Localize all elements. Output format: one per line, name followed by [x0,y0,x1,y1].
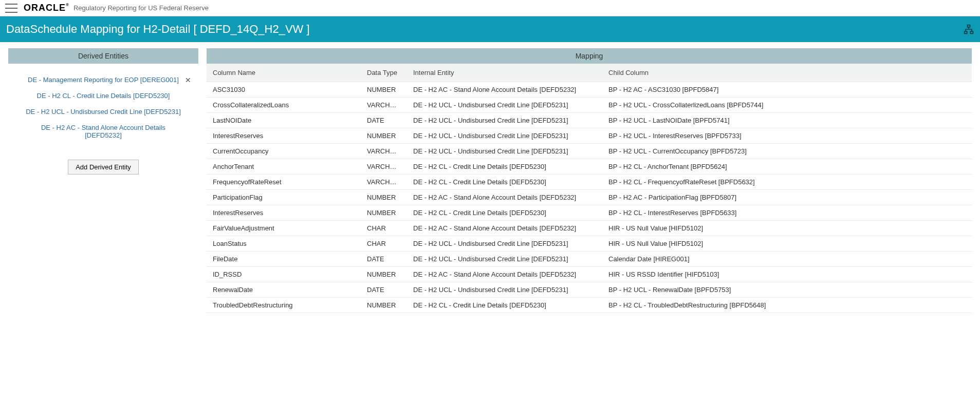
page-title: DataSchedule Mapping for H2-Detail [ DEF… [6,23,310,36]
svg-rect-2 [970,31,973,33]
table-row[interactable]: CurrentOccupancyVARCHAR2DE - H2 UCL - Un… [207,144,972,159]
cell-type: VARCHAR2 [361,175,407,190]
main-content: Derived Entities DE - Management Reporti… [0,42,980,319]
page-title-bar: DataSchedule Mapping for H2-Detail [ DEF… [0,16,980,42]
cell-col: CurrentOccupancy [207,144,361,159]
mapping-table-scroll[interactable]: Column Name Data Type Internal Entity Ch… [207,64,972,313]
cell-type: NUMBER [361,205,407,221]
entity-link[interactable]: DE - H2 AC - Stand Alone Account Details… [23,124,184,139]
cell-entity: DE - H2 CL - Credit Line Details [DEFD52… [407,205,602,221]
cell-type: CHAR [361,221,407,236]
hamburger-icon[interactable] [5,4,17,13]
cell-type: DATE [361,282,407,298]
cell-entity: DE - H2 AC - Stand Alone Account Details… [407,82,602,98]
mapping-header: Mapping [207,48,972,64]
oracle-logo: ORACLE® [24,3,69,13]
entity-link[interactable]: DE - H2 UCL - Undisbursed Credit Line [D… [26,108,181,115]
cell-child: BP - H2 UCL - RenewalDate [BPFD5753] [602,282,972,298]
cell-type: NUMBER [361,190,407,205]
cell-child: BP - H2 UCL - InterestReserves [BPFD5733… [602,128,972,144]
entity-link[interactable]: DE - H2 CL - Credit Line Details [DEFD52… [37,92,170,100]
entity-row: DE - H2 AC - Stand Alone Account Details… [12,120,194,143]
cell-col: FileDate [207,252,361,267]
table-row[interactable]: InterestReservesNUMBERDE - H2 CL - Credi… [207,205,972,221]
cell-child: BP - H2 CL - AnchorTenant [BPFD5624] [602,159,972,175]
cell-child: BP - H2 UCL - CrossCollaterlizedLoans [B… [602,98,972,113]
entity-link[interactable]: DE - Management Reporting for EOP [DEREG… [28,76,179,84]
col-header-internal-entity[interactable]: Internal Entity [407,64,602,82]
table-row[interactable]: TroubledDebtRestructuringNUMBERDE - H2 C… [207,298,972,313]
cell-entity: DE - H2 AC - Stand Alone Account Details… [407,190,602,205]
cell-child: BP - H2 AC - ASC31030 [BPFD5847] [602,82,972,98]
derived-entities-header: Derived Entities [8,48,198,64]
cell-type: DATE [361,252,407,267]
cell-entity: DE - H2 UCL - Undisbursed Credit Line [D… [407,236,602,252]
cell-col: RenewalDate [207,282,361,298]
derived-entities-panel: Derived Entities DE - Management Reporti… [8,48,198,175]
cell-col: LoanStatus [207,236,361,252]
table-row[interactable]: RenewalDateDATEDE - H2 UCL - Undisbursed… [207,282,972,298]
table-row[interactable]: FrequencyofRateResetVARCHAR2DE - H2 CL -… [207,175,972,190]
cell-type: NUMBER [361,82,407,98]
table-row[interactable]: AnchorTenantVARCHAR2DE - H2 CL - Credit … [207,159,972,175]
app-subtitle: Regulatory Reporting for US Federal Rese… [73,4,209,12]
table-row[interactable]: ASC31030NUMBERDE - H2 AC - Stand Alone A… [207,82,972,98]
mapping-panel: Mapping Column Name Data Type Internal E… [207,48,972,313]
cell-child: BP - H2 CL - TroubledDebtRestructuring [… [602,298,972,313]
cell-type: NUMBER [361,128,407,144]
table-row[interactable]: InterestReservesNUMBERDE - H2 UCL - Undi… [207,128,972,144]
cell-type: VARCHAR2 [361,144,407,159]
cell-child: BP - H2 CL - InterestReserves [BPFD5633] [602,205,972,221]
cell-child: HIR - US Null Value [HIFD5102] [602,236,972,252]
table-row[interactable]: ID_RSSDNUMBERDE - H2 AC - Stand Alone Ac… [207,267,972,282]
close-icon[interactable]: ✕ [184,76,192,84]
cell-type: NUMBER [361,298,407,313]
cell-type: CHAR [361,236,407,252]
cell-col: FrequencyofRateReset [207,175,361,190]
entity-row: DE - H2 UCL - Undisbursed Credit Line [D… [12,104,194,120]
col-header-data-type[interactable]: Data Type [361,64,407,82]
cell-child: BP - H2 AC - ParticipationFlag [BPFD5807… [602,190,972,205]
cell-col: AnchorTenant [207,159,361,175]
cell-entity: DE - H2 CL - Credit Line Details [DEFD52… [407,298,602,313]
entity-row: DE - Management Reporting for EOP [DEREG… [12,72,194,88]
cell-child: BP - H2 CL - FrequencyofRateReset [BPFD5… [602,175,972,190]
entity-row: DE - H2 CL - Credit Line Details [DEFD52… [12,88,194,104]
cell-type: DATE [361,113,407,128]
cell-col: TroubledDebtRestructuring [207,298,361,313]
cell-col: CrossCollateralizedLoans [207,98,361,113]
cell-type: VARCHAR2 [361,159,407,175]
hierarchy-icon[interactable] [964,24,974,34]
table-row[interactable]: LoanStatusCHARDE - H2 UCL - Undisbursed … [207,236,972,252]
table-row[interactable]: FileDateDATEDE - H2 UCL - Undisbursed Cr… [207,252,972,267]
cell-col: LastNOIDate [207,113,361,128]
top-bar: ORACLE® Regulatory Reporting for US Fede… [0,0,980,16]
cell-entity: DE - H2 UCL - Undisbursed Credit Line [D… [407,128,602,144]
cell-child: HIR - US Null Value [HIFD5102] [602,221,972,236]
svg-rect-0 [968,25,970,27]
table-row[interactable]: CrossCollateralizedLoansVARCHAR2DE - H2 … [207,98,972,113]
table-row[interactable]: LastNOIDateDATEDE - H2 UCL - Undisbursed… [207,113,972,128]
cell-entity: DE - H2 CL - Credit Line Details [DEFD52… [407,175,602,190]
col-header-column-name[interactable]: Column Name [207,64,361,82]
cell-col: FairValueAdjustment [207,221,361,236]
cell-col: ID_RSSD [207,267,361,282]
table-row[interactable]: ParticipationFlagNUMBERDE - H2 AC - Stan… [207,190,972,205]
cell-col: ASC31030 [207,82,361,98]
cell-col: ParticipationFlag [207,190,361,205]
cell-entity: DE - H2 AC - Stand Alone Account Details… [407,221,602,236]
cell-entity: DE - H2 UCL - Undisbursed Credit Line [D… [407,282,602,298]
add-derived-entity-button[interactable]: Add Derived Entity [68,160,139,175]
cell-entity: DE - H2 UCL - Undisbursed Credit Line [D… [407,144,602,159]
cell-type: VARCHAR2 [361,98,407,113]
cell-type: NUMBER [361,267,407,282]
cell-col: InterestReserves [207,205,361,221]
cell-entity: DE - H2 AC - Stand Alone Account Details… [407,267,602,282]
cell-entity: DE - H2 UCL - Undisbursed Credit Line [D… [407,113,602,128]
col-header-child-column[interactable]: Child Column [602,64,972,82]
cell-child: Calendar Date [HIREG001] [602,252,972,267]
table-row[interactable]: FairValueAdjustmentCHARDE - H2 AC - Stan… [207,221,972,236]
mapping-table: Column Name Data Type Internal Entity Ch… [207,64,972,313]
cell-entity: DE - H2 CL - Credit Line Details [DEFD52… [407,159,602,175]
cell-col: InterestReserves [207,128,361,144]
